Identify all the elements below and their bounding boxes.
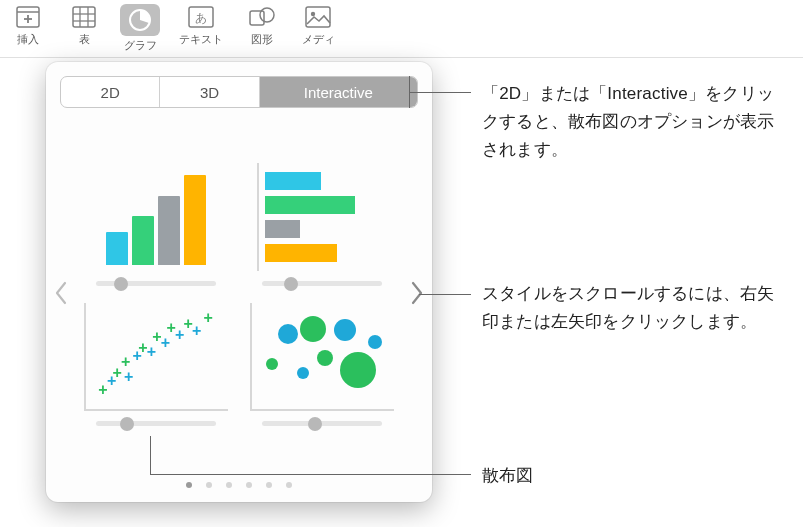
seg-label: 2D: [101, 84, 120, 101]
page-dots[interactable]: [46, 472, 432, 502]
bubble-chart-preview: [250, 303, 394, 411]
toolbar-media[interactable]: メディ: [290, 4, 346, 57]
toolbar-text[interactable]: あ テキスト: [168, 4, 234, 57]
chevron-left-icon: [54, 281, 68, 305]
chart-grid: + + + + + + + + + + + + + + +: [76, 155, 402, 431]
style-slider: [262, 417, 382, 429]
svg-point-15: [311, 12, 315, 16]
style-slider: [262, 277, 382, 289]
svg-rect-14: [306, 7, 330, 27]
leader-line: [150, 436, 151, 474]
media-icon: [303, 4, 333, 30]
toolbar-label: 図形: [251, 32, 273, 47]
table-icon: [69, 4, 99, 30]
svg-point-13: [260, 8, 274, 22]
leader-line: [150, 474, 471, 475]
callout-arrows: スタイルをスクロールするには、右矢印または左矢印をクリックします。: [482, 280, 790, 336]
text-icon: あ: [186, 4, 216, 30]
seg-label: 3D: [200, 84, 219, 101]
toolbar-label: テキスト: [179, 32, 223, 47]
shape-icon: [247, 4, 277, 30]
graph-popover: 2D 3D Interactive: [46, 62, 432, 502]
interactive-scatter-chart[interactable]: + + + + + + + + + + + + + + +: [78, 297, 234, 429]
bar-chart-preview: [91, 163, 221, 271]
toolbar-insert[interactable]: 挿入: [0, 4, 56, 57]
interactive-hbar-chart[interactable]: [244, 157, 400, 289]
interactive-bubble-chart[interactable]: [244, 297, 400, 429]
toolbar-label: 表: [79, 32, 90, 47]
toolbar-shape[interactable]: 図形: [234, 4, 290, 57]
svg-rect-4: [73, 7, 95, 27]
toolbar-graph[interactable]: グラフ: [112, 4, 168, 57]
callout-2d-interactive: 「2D」または「Interactive」をクリックすると、散布図のオプションが表…: [482, 80, 790, 164]
toolbar-label: グラフ: [124, 38, 157, 53]
seg-label: Interactive: [304, 84, 373, 101]
style-slider: [96, 417, 216, 429]
style-slider: [96, 277, 216, 289]
svg-rect-12: [250, 11, 264, 25]
scatter-chart-preview: + + + + + + + + + + + + + + +: [84, 303, 228, 411]
toolbar: 挿入 表 グラフ あ テキスト 図形 メディ: [0, 0, 803, 58]
interactive-bar-chart[interactable]: [78, 157, 234, 289]
seg-2d[interactable]: 2D: [61, 77, 160, 107]
callout-scatter: 散布図: [482, 462, 534, 490]
seg-3d[interactable]: 3D: [160, 77, 259, 107]
chart-icon: [125, 7, 155, 33]
chevron-right-icon: [410, 281, 424, 305]
segmented-control: 2D 3D Interactive: [60, 76, 418, 108]
hbar-chart-preview: [257, 163, 387, 271]
leader-line: [419, 294, 471, 295]
svg-text:あ: あ: [195, 11, 207, 25]
insert-icon: [13, 4, 43, 30]
next-arrow[interactable]: [402, 268, 432, 318]
toolbar-label: 挿入: [17, 32, 39, 47]
seg-interactive[interactable]: Interactive: [260, 77, 417, 107]
chart-gallery: + + + + + + + + + + + + + + +: [46, 114, 432, 472]
prev-arrow[interactable]: [46, 268, 76, 318]
toolbar-table[interactable]: 表: [56, 4, 112, 57]
toolbar-label: メディ: [302, 32, 335, 47]
leader-line: [409, 92, 471, 93]
